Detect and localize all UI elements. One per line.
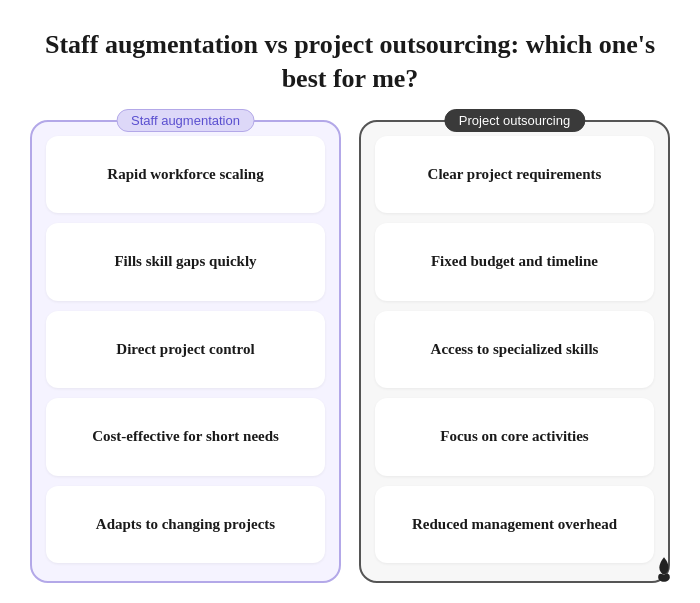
project-outsourcing-column: Project outsourcing Clear project requir…	[359, 120, 670, 583]
list-item: Focus on core activities	[375, 398, 654, 475]
list-item: Fills skill gaps quickly	[46, 223, 325, 300]
project-outsourcing-label: Project outsourcing	[444, 109, 585, 132]
staff-augmentation-column: Staff augmentation Rapid workforce scali…	[30, 120, 341, 583]
list-item: Direct project control	[46, 311, 325, 388]
staff-augmentation-label: Staff augmentation	[116, 109, 255, 132]
columns-wrapper: Staff augmentation Rapid workforce scali…	[30, 120, 670, 583]
list-item: Fixed budget and timeline	[375, 223, 654, 300]
list-item: Access to specialized skills	[375, 311, 654, 388]
page-title: Staff augmentation vs project outsourcin…	[30, 28, 670, 96]
list-item: Clear project requirements	[375, 136, 654, 213]
list-item: Reduced management overhead	[375, 486, 654, 563]
list-item: Rapid workforce scaling	[46, 136, 325, 213]
brand-icon	[650, 555, 678, 589]
list-item: Adapts to changing projects	[46, 486, 325, 563]
list-item: Cost-effective for short needs	[46, 398, 325, 475]
